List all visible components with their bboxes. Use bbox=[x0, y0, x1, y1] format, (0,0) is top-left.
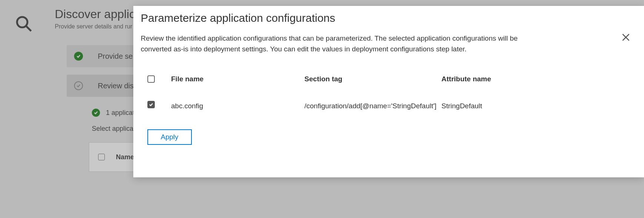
apply-button[interactable]: Apply bbox=[147, 129, 192, 145]
select-all-checkbox[interactable] bbox=[147, 75, 155, 83]
cell-section-tag: /configuration/add[@name='StringDefault'… bbox=[304, 101, 441, 112]
cell-file-name: abc.config bbox=[171, 101, 304, 112]
column-file-name: File name bbox=[171, 75, 304, 83]
column-attribute-name: Attribute name bbox=[441, 75, 538, 83]
modal-description: Review the identified application config… bbox=[141, 33, 548, 54]
cell-attribute-name: StringDefault bbox=[441, 101, 538, 112]
config-table-row: abc.config /configuration/add[@name='Str… bbox=[147, 101, 629, 112]
row-checkbox[interactable] bbox=[147, 101, 155, 108]
config-table-header: File name Section tag Attribute name bbox=[147, 75, 629, 83]
close-icon[interactable] bbox=[621, 33, 631, 44]
parameterize-modal: Parameterize application configurations … bbox=[133, 6, 644, 177]
column-section-tag: Section tag bbox=[304, 75, 441, 83]
modal-title: Parameterize application configurations bbox=[141, 12, 629, 24]
config-table: File name Section tag Attribute name abc… bbox=[147, 75, 629, 112]
